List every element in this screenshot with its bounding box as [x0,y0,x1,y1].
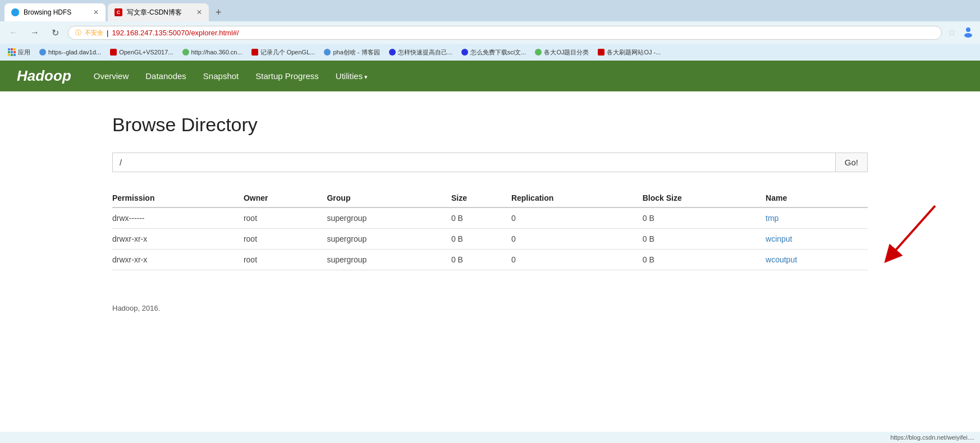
bookmark-star-button[interactable]: ☆ [947,26,956,39]
svg-point-1 [964,33,972,38]
col-replication: Replication [511,189,643,207]
bookmark-oj1[interactable]: 各大OJ题目分类 [532,47,592,58]
bookmark-green-icon-1 [182,49,189,56]
nav-utilities[interactable]: Utilities [336,69,368,83]
nav-snapshot[interactable]: Snapshot [203,69,239,83]
tab-hdfs[interactable]: 🌐 Browsing HDFS ✕ [4,3,106,21]
page-title: Browse Directory [112,114,868,136]
bookmark-glad[interactable]: https--glad.dav1d... [36,48,104,57]
cell-owner-3: root [244,250,327,270]
nav-links: Overview Datanodes Snapshot Startup Prog… [94,71,368,81]
red-arrow-annotation [879,200,946,267]
tab-hdfs-label: Browsing HDFS [24,8,71,16]
new-tab-button[interactable]: + [211,7,226,19]
tab-hdfs-close[interactable]: ✕ [93,8,99,16]
bookmark-csdn-icon-3 [598,49,605,56]
col-owner: Owner [244,189,327,207]
bookmark-green-icon-2 [535,49,542,56]
tab-csdn-close[interactable]: ✕ [196,8,202,16]
bookmark-globe-icon-2 [324,49,331,56]
address-host: 192.168.247.135: [112,29,168,37]
cell-replication-2: 0 [511,229,643,250]
col-block-size: Block Size [643,189,766,207]
forward-button[interactable]: → [27,26,43,39]
cell-replication-3: 0 [511,250,643,270]
csdn-favicon: C [115,8,122,16]
address-separator: | [107,29,108,37]
cell-group-3: supergroup [327,250,451,270]
hadoop-brand: Hadoop [17,67,71,85]
bookmark-pha[interactable]: pha创啥 - 博客园 [320,47,383,58]
bookmark-oj2[interactable]: 各大刷题网站OJ -... [594,47,664,58]
tab-csdn[interactable]: C 写文章-CSDN博客 ✕ [108,3,209,21]
reload-button[interactable]: ↻ [48,26,62,39]
bookmark-csdn-icon-1 [110,49,117,56]
cell-owner-1: root [244,207,327,229]
cell-owner-2: root [244,229,327,250]
path-input-row: Go! [112,153,868,172]
bookmark-oj1-label: 各大OJ题目分类 [544,48,589,57]
hadoop-navbar: Hadoop Overview Datanodes Snapshot Start… [0,61,980,91]
cell-name-1[interactable]: tmp [766,207,868,229]
bookmark-opengl-label: OpenGL+VS2017... [119,49,173,56]
directory-table: Permission Owner Group Size Replication … [112,189,868,270]
bookmark-glad-label: https--glad.dav1d... [48,49,101,56]
nav-overview[interactable]: Overview [94,69,129,83]
cell-size-3: 0 B [451,250,511,270]
footer: Hadoop, 2016. [112,304,868,312]
cell-block-size-1: 0 B [643,207,766,229]
tab-csdn-label: 写文章-CSDN博客 [127,8,182,17]
cell-group-1: supergroup [327,207,451,229]
address-bar[interactable]: ⓘ 不安全 | 192.168.247.135:50070/explorer.h… [68,26,942,40]
go-button[interactable]: Go! [836,153,868,172]
address-path: /explorer.html#/ [189,29,239,37]
insecure-label: 不安全 [85,29,103,37]
bookmark-opengl[interactable]: OpenGL+VS2017... [107,48,176,57]
bookmark-opengl2[interactable]: 记录几个 OpenGL... [248,47,319,58]
cell-size-2: 0 B [451,229,511,250]
address-bar-row: ← → ↻ ⓘ 不安全 | 192.168.247.135:50070/expl… [0,21,980,44]
address-url: 192.168.247.135:50070/explorer.html#/ [112,29,239,37]
nav-startup-progress[interactable]: Startup Progress [255,69,319,83]
table-body: drwx------ root supergroup 0 B 0 0 B tmp… [112,207,868,270]
table-row: drwxr-xr-x root supergroup 0 B 0 0 B wci… [112,229,868,250]
bookmark-pha-label: pha创啥 - 博客园 [333,48,379,57]
table-header: Permission Owner Group Size Replication … [112,189,868,207]
svg-point-0 [966,27,970,32]
address-port: 50070 [169,29,189,37]
col-name: Name [766,189,868,207]
bookmark-oj2-label: 各大刷题网站OJ -... [607,48,661,57]
hdfs-favicon: 🌐 [11,8,19,16]
link-tmp[interactable]: tmp [766,214,778,223]
bookmark-hao360-label: http://hao.360.cn... [191,49,242,56]
apps-icon [8,48,16,56]
svg-line-3 [890,206,935,256]
cell-permission-2: drwxr-xr-x [112,229,244,250]
back-button[interactable]: ← [6,26,21,39]
table-row: drwxr-xr-x root supergroup 0 B 0 0 B wco… [112,250,868,270]
link-wcinput[interactable]: wcinput [766,234,792,243]
nav-datanodes[interactable]: Datanodes [145,69,186,83]
bookmark-opengl2-label: 记录几个 OpenGL... [260,48,315,57]
cell-group-2: supergroup [327,229,451,250]
bookmark-csdn-icon-2 [251,49,258,56]
bookmark-hao360[interactable]: http://hao.360.cn... [179,48,246,57]
main-content: Browse Directory Go! Permission Owner Gr… [0,91,980,335]
cell-block-size-3: 0 B [643,250,766,270]
bookmarks-bar: 应用 https--glad.dav1d... OpenGL+VS2017...… [0,44,980,61]
col-group: Group [327,189,451,207]
bookmark-baidu2[interactable]: 怎么免费下载sci文... [458,47,530,58]
bookmark-apps[interactable]: 应用 [4,47,34,58]
table-row: drwx------ root supergroup 0 B 0 0 B tmp [112,207,868,229]
profile-button[interactable] [962,25,974,40]
col-permission: Permission [112,189,244,207]
bookmark-baidu1-label: 怎样快速提高自己... [398,48,452,57]
path-input[interactable] [112,153,836,172]
browser-chrome: 🌐 Browsing HDFS ✕ C 写文章-CSDN博客 ✕ + ← → ↻… [0,0,980,61]
cell-name-3[interactable]: wcoutput [766,250,868,270]
cell-name-2[interactable]: wcinput [766,229,868,250]
cell-size-1: 0 B [451,207,511,229]
bookmark-baidu1[interactable]: 怎样快速提高自己... [386,47,456,58]
link-wcoutput[interactable]: wcoutput [766,255,797,264]
bookmark-baidu-icon-1 [389,49,396,56]
